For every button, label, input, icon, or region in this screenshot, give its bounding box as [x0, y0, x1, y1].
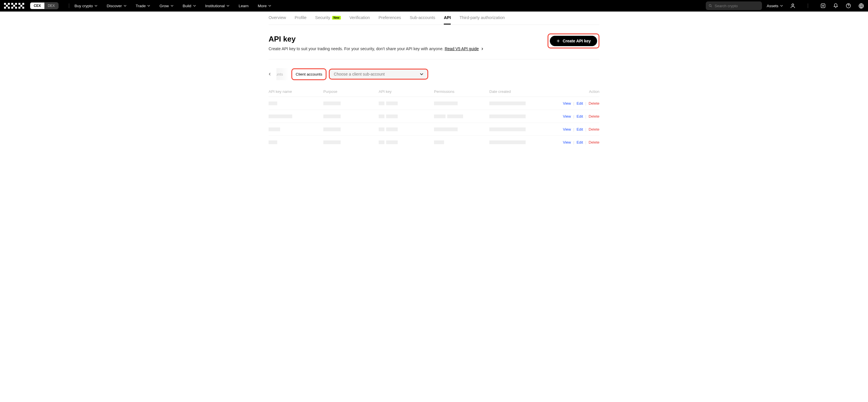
edit-link[interactable]: Edit [577, 140, 583, 144]
bell-icon[interactable] [833, 3, 839, 9]
account-selector-row: ounts Client accounts Choose a client su… [268, 68, 599, 80]
divider [69, 3, 69, 8]
cell-name [269, 127, 323, 131]
scroll-left-button[interactable] [268, 68, 276, 80]
main-content: API key Create API key to suit your trad… [269, 25, 599, 149]
delete-link[interactable]: Delete [588, 114, 599, 118]
view-link[interactable]: View [563, 140, 571, 144]
skeleton-block [489, 140, 526, 144]
tab-profile[interactable]: Profile [294, 11, 306, 25]
th-date: Date created [489, 89, 535, 94]
skeleton-block [386, 127, 398, 131]
chevron-down-icon [170, 4, 174, 7]
cex-button[interactable]: CEX [30, 3, 44, 9]
help-icon[interactable] [845, 3, 851, 9]
cell-apikey [379, 140, 434, 144]
tab-api[interactable]: API [444, 11, 451, 25]
skeleton-block [434, 140, 444, 144]
nav-trade[interactable]: Trade [136, 4, 150, 8]
skeleton-block [434, 127, 458, 131]
svg-rect-5 [11, 3, 13, 5]
globe-icon[interactable] [858, 3, 864, 9]
edit-link[interactable]: Edit [577, 127, 583, 132]
separator: | [585, 127, 586, 132]
view-link[interactable]: View [563, 127, 571, 132]
delete-link[interactable]: Delete [588, 127, 599, 132]
skeleton-block [434, 114, 445, 118]
nav-label: More [258, 4, 267, 8]
cell-date [489, 140, 535, 144]
nav-buy-crypto[interactable]: Buy crypto [74, 4, 97, 8]
client-subaccount-select[interactable]: Choose a client sub-account [329, 69, 428, 80]
skeleton-block [386, 102, 398, 105]
cell-permissions [434, 102, 489, 105]
skeleton-block [447, 114, 463, 118]
chevron-down-icon [95, 4, 97, 7]
svg-rect-10 [19, 3, 21, 5]
tab-overview[interactable]: Overview [269, 11, 286, 25]
cell-apikey [379, 127, 434, 131]
okx-logo[interactable] [4, 3, 24, 9]
client-accounts-tab[interactable]: Client accounts [291, 68, 327, 80]
edit-link[interactable]: Edit [577, 114, 583, 118]
svg-point-17 [792, 4, 794, 6]
chevron-down-icon [124, 4, 126, 7]
nav-discover[interactable]: Discover [106, 4, 126, 8]
tab-label: Security [315, 15, 330, 20]
top-navbar: CEX DEX Buy crypto Discover Trade Grow B… [0, 0, 868, 11]
svg-rect-3 [4, 7, 6, 9]
svg-rect-8 [11, 7, 13, 9]
download-icon[interactable] [820, 3, 826, 9]
view-link[interactable]: View [563, 101, 571, 106]
nav-grow[interactable]: Grow [159, 4, 173, 8]
nav-label: Grow [159, 4, 168, 8]
divider [808, 3, 808, 8]
nav-label: Build [183, 4, 191, 8]
th-purpose: Purpose [323, 89, 379, 94]
skeleton-block [379, 140, 384, 144]
cell-name [269, 114, 323, 118]
tab-subaccounts[interactable]: Sub-accounts [410, 11, 435, 25]
nav-build[interactable]: Build [183, 4, 196, 8]
create-api-key-button[interactable]: Create API key [550, 36, 597, 46]
separator: | [573, 114, 574, 118]
skeleton-block [323, 102, 341, 105]
account-subnav-wrap: Overview Profile Security New Verificati… [0, 11, 868, 25]
svg-rect-14 [22, 7, 24, 9]
th-name: API key name [269, 89, 323, 94]
skeleton-block [269, 140, 277, 144]
separator: | [573, 127, 574, 132]
user-icon[interactable] [790, 3, 796, 9]
tab-thirdparty[interactable]: Third-party authorization [459, 11, 505, 25]
th-apikey: API key [379, 89, 434, 94]
search-icon [709, 4, 712, 8]
delete-link[interactable]: Delete [588, 101, 599, 106]
cell-name [269, 102, 323, 105]
separator: | [585, 140, 586, 144]
search-input[interactable] [715, 4, 760, 8]
edit-link[interactable]: Edit [577, 101, 583, 106]
search-box[interactable] [706, 1, 762, 10]
tab-verification[interactable]: Verification [349, 11, 370, 25]
tab-security[interactable]: Security New [315, 11, 341, 25]
api-guide-link[interactable]: Read V5 API guide [445, 47, 479, 51]
table-row: View|Edit|Delete [269, 97, 599, 110]
separator: | [585, 114, 586, 118]
skeleton-block [489, 127, 526, 131]
chevron-down-icon [420, 73, 423, 76]
assets-dropdown[interactable]: Assets [767, 4, 783, 8]
select-placeholder: Choose a client sub-account [334, 72, 385, 77]
cell-actions: View|Edit|Delete [535, 114, 599, 118]
delete-link[interactable]: Delete [588, 140, 599, 144]
skeleton-block [269, 102, 277, 105]
view-link[interactable]: View [563, 114, 571, 118]
nav-more[interactable]: More [258, 4, 272, 8]
dex-button[interactable]: DEX [44, 3, 59, 9]
nav-institutional[interactable]: Institutional [205, 4, 229, 8]
nav-learn[interactable]: Learn [239, 4, 249, 8]
separator: | [573, 140, 574, 144]
tab-preferences[interactable]: Preferences [378, 11, 401, 25]
assets-label: Assets [767, 4, 778, 8]
cell-name [269, 140, 323, 144]
cell-apikey [379, 102, 434, 105]
